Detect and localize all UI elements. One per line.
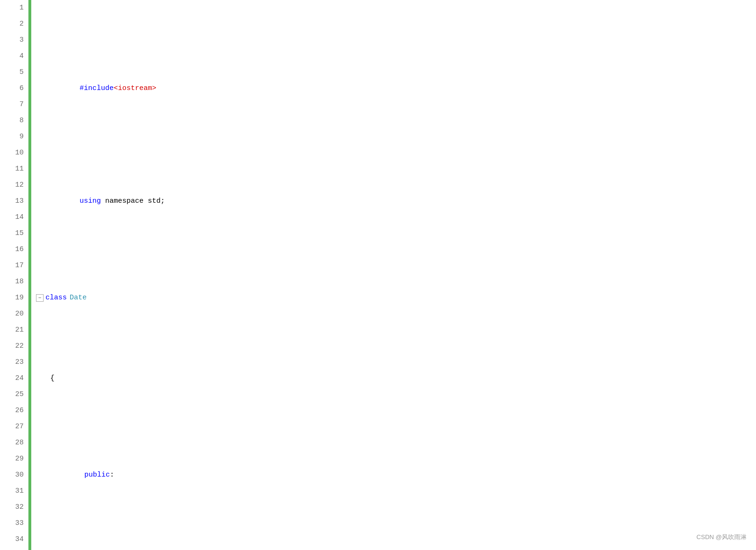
keyword: class: [45, 290, 67, 306]
code-line-3: − class Date: [36, 290, 747, 306]
class-name: Date: [70, 290, 87, 306]
keyword: #include: [80, 84, 114, 92]
collapse-icon-3[interactable]: −: [36, 294, 44, 302]
code-line-4: {: [36, 370, 747, 387]
line-content: public:: [36, 451, 114, 499]
code-editor: 1 2 3 4 5 6 7 8 9 10 11 12 13 14 15 16 1…: [0, 0, 756, 550]
keyword: public: [84, 471, 110, 479]
code-line-1: #include<iostream>: [36, 64, 747, 113]
keyword: using: [80, 197, 101, 205]
code-content: #include<iostream> using namespace std; …: [31, 0, 756, 550]
code-line-2: using namespace std;: [36, 177, 747, 225]
line-numbers: 1 2 3 4 5 6 7 8 9 10 11 12 13 14 15 16 1…: [0, 0, 28, 550]
line-content: {: [36, 370, 54, 387]
watermark: CSDN @风吹雨淋: [696, 529, 747, 545]
include-lib: <iostream>: [114, 84, 156, 92]
code-text: namespace std;: [101, 197, 165, 205]
code-line-5: public:: [36, 451, 747, 499]
line-content: using namespace std;: [36, 177, 165, 225]
code-text: :: [110, 471, 114, 479]
line-content: #include<iostream>: [36, 64, 156, 113]
